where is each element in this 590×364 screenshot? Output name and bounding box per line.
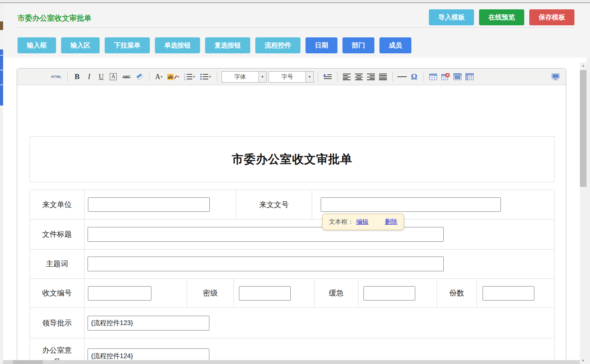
online-preview-button[interactable]: 在线预览 [479,9,524,25]
background-fragment [0,49,3,106]
label-receipt-number: 收文编号 [30,279,84,308]
table-row: 来文单位 来文文号 [30,190,554,219]
align-right-icon[interactable] [366,72,376,82]
editor-toolbar: HTML B I U A ABC A▾ ab ▾ 123 ▾ ▾ 字体 ▼ [17,69,566,85]
delete-table-icon[interactable] [440,72,450,82]
incoming-doc-number-input[interactable] [321,197,501,212]
field-cell [84,279,187,308]
receipt-number-input[interactable] [88,286,151,301]
window-bottom-edge [3,360,580,364]
page-title: 市委办公室收文审批单 [18,13,91,23]
toolbar-separator [149,72,149,81]
chevron-down-icon: ▼ [306,72,313,82]
italic-icon[interactable]: I [84,72,94,82]
toolbar-separator [217,72,217,81]
horizontal-scrollbar-fragment [13,360,43,364]
unordered-list-icon[interactable]: ▾ [198,72,212,82]
underline-icon[interactable]: U [96,72,106,82]
label-incoming-doc-number: 来文文号 [236,190,312,219]
delete-widget-link[interactable]: 删除 [385,218,397,226]
widget-hover-tooltip: 文本框： 编辑 删除 [322,214,404,230]
widget-flow-control-button[interactable]: 流程控件 [255,37,300,53]
header-actions: 导入模板 在线预览 保存模板 [429,9,574,25]
toolbar-separator [318,72,318,81]
security-level-input[interactable] [239,286,291,301]
fullscreen-preview-icon[interactable] [550,72,560,82]
svg-text:2: 2 [184,76,185,78]
svg-text:1: 1 [184,73,185,76]
form-title: 市委办公室收文审批单 [232,151,353,167]
scrollbar-thumb[interactable] [580,70,586,187]
incoming-unit-input[interactable] [88,197,210,212]
widget-department-button[interactable]: 部门 [342,37,374,53]
scroll-down-icon[interactable]: ▼ [580,357,586,364]
html-source-icon[interactable]: HTML [50,72,63,82]
cell-properties-icon[interactable] [452,72,462,82]
ordered-list-icon[interactable]: 123 ▾ [183,72,197,82]
label-copies: 份数 [437,279,476,308]
copies-input[interactable] [483,286,534,301]
horizontal-rule-icon[interactable] [397,72,407,82]
bold-icon[interactable]: B [72,72,82,82]
rich-text-editor: HTML B I U A ABC A▾ ab ▾ 123 ▾ ▾ 字体 ▼ [17,68,566,364]
table-row: 文件标题 [30,219,554,249]
font-color-icon[interactable]: A▾ [154,72,164,82]
save-template-button[interactable]: 保存模板 [529,9,574,25]
label-incoming-unit: 来文单位 [30,190,84,219]
field-cell [84,190,236,219]
import-template-button[interactable]: 导入模板 [429,9,474,25]
toolbar-separator [337,72,337,81]
widget-radio-button[interactable]: 单选按钮 [155,37,200,53]
label-leader-instructions: 领导批示 [30,308,84,338]
table-row: 主题词 [30,249,554,278]
widget-input-box-button[interactable]: 输入框 [18,37,56,53]
urgency-input[interactable] [363,286,415,301]
window-right-edge [586,58,590,364]
eraser-remove-format-icon[interactable] [135,72,145,82]
label-document-title: 文件标题 [30,220,84,249]
header-divider [18,27,574,28]
indent-icon[interactable] [323,72,333,82]
toolbar-separator [67,72,68,81]
edit-widget-link[interactable]: 编辑 [356,218,369,226]
toolbar-separator [392,72,393,81]
widget-member-button[interactable]: 成员 [379,37,411,53]
chevron-down-icon: ▼ [258,72,266,82]
align-left-icon[interactable] [342,72,352,82]
field-cell [358,279,437,308]
field-cell [234,279,314,308]
table-row: 收文编号 密级 缓急 份数 [30,278,554,308]
table-row: 领导批示 [30,308,554,338]
widget-date-button[interactable]: 日期 [306,37,337,53]
table-properties-icon[interactable] [464,72,474,82]
subject-words-input[interactable] [88,257,444,271]
align-center-icon[interactable] [354,72,364,82]
font-size-select[interactable]: 字号 ▼ [269,71,314,83]
label-security-level: 密级 [187,279,234,308]
editor-canvas[interactable]: 市委办公室收文审批单 来文单位 来文文号 文件标题 [17,85,566,364]
font-style-icon[interactable]: A [108,72,118,82]
form-table: 来文单位 来文文号 文件标题 主题词 [30,190,555,364]
insert-table-icon[interactable] [428,72,438,82]
leader-instructions-input[interactable] [88,316,209,331]
background-fragment [0,21,3,30]
field-cell [84,220,554,249]
highlight-color-icon[interactable]: ab ▾ [166,72,181,82]
label-urgency: 缓急 [314,279,358,308]
field-cell [476,279,554,308]
field-cell [84,308,554,338]
label-subject-words: 主题词 [30,250,84,278]
widget-textarea-button[interactable]: 输入区 [61,37,100,53]
font-family-select[interactable]: 字体 ▼ [221,71,267,83]
vertical-scrollbar[interactable]: ▲ ▼ [580,62,586,364]
widget-dropdown-button[interactable]: 下拉菜单 [105,37,150,53]
tooltip-label: 文本框： [329,218,354,226]
svg-text:3: 3 [184,78,185,80]
page-header: 市委办公室收文审批单 导入模板 在线预览 保存模板 输入框 输入区 下拉菜单 单… [3,3,590,58]
toolbar-separator [423,72,424,81]
align-justify-icon[interactable] [378,72,388,82]
special-character-icon[interactable]: Ω [409,72,419,82]
widget-checkbox-button[interactable]: 复选按钮 [205,37,250,53]
strikethrough-icon[interactable]: ABC [120,72,133,82]
scroll-up-icon[interactable]: ▲ [580,62,586,69]
